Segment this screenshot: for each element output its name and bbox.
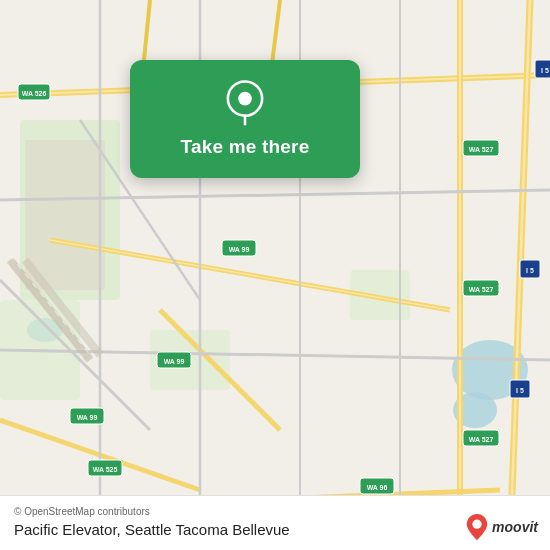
svg-text:WA 99: WA 99 <box>77 414 98 421</box>
map-pin-icon <box>221 78 269 126</box>
moovit-logo: moovit <box>466 514 538 540</box>
svg-text:I 5: I 5 <box>541 67 549 74</box>
map-attribution: © OpenStreetMap contributors <box>14 506 536 517</box>
svg-text:WA 526: WA 526 <box>22 90 47 97</box>
svg-text:WA 99: WA 99 <box>229 246 250 253</box>
svg-text:WA 527: WA 527 <box>469 286 494 293</box>
svg-text:I 5: I 5 <box>516 387 524 394</box>
svg-text:WA 96: WA 96 <box>367 484 388 491</box>
svg-text:WA 99: WA 99 <box>164 358 185 365</box>
location-title: Pacific Elevator, Seattle Tacoma Bellevu… <box>14 521 536 538</box>
svg-rect-7 <box>25 140 105 290</box>
map-container: WA 526 WA 52 WA 526 WA 527 WA 527 WA 527… <box>0 0 550 550</box>
svg-text:WA 527: WA 527 <box>469 436 494 443</box>
moovit-pin-icon <box>466 514 488 540</box>
location-card: Take me there <box>130 60 360 178</box>
svg-text:WA 525: WA 525 <box>93 466 118 473</box>
svg-text:I 5: I 5 <box>526 267 534 274</box>
svg-point-61 <box>238 92 252 106</box>
take-me-there-button[interactable]: Take me there <box>181 136 310 158</box>
svg-text:WA 527: WA 527 <box>469 146 494 153</box>
svg-point-63 <box>472 520 481 529</box>
moovit-brand-text: moovit <box>492 519 538 535</box>
